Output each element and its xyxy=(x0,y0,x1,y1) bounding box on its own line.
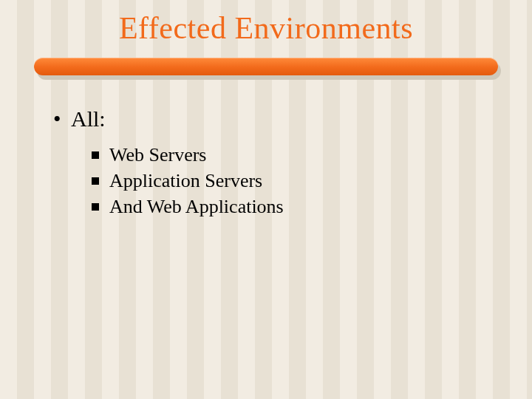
list-item: Web Servers xyxy=(92,142,488,168)
sublist: Web Servers Application Servers And Web … xyxy=(92,142,488,219)
list-item-label: Application Servers xyxy=(109,170,262,191)
bullet-square-icon xyxy=(92,151,99,159)
bullet-dot-icon: • xyxy=(53,103,71,134)
bullet-square-icon xyxy=(92,203,99,211)
slide-title: Effected Environments xyxy=(0,10,532,46)
slide: Effected Environments •All: Web Servers … xyxy=(0,0,532,399)
list-item: And Web Applications xyxy=(92,194,488,219)
list-item: •All: xyxy=(53,103,488,134)
list-item: Application Servers xyxy=(92,168,488,194)
bullet-square-icon xyxy=(92,177,99,185)
list-item-label: All: xyxy=(71,106,106,131)
bar-fill xyxy=(34,58,498,75)
list-item-label: And Web Applications xyxy=(109,196,284,217)
list-item-label: Web Servers xyxy=(109,144,206,166)
content-area: •All: Web Servers Application Servers An… xyxy=(53,103,488,219)
title-underline-bar xyxy=(34,58,498,80)
